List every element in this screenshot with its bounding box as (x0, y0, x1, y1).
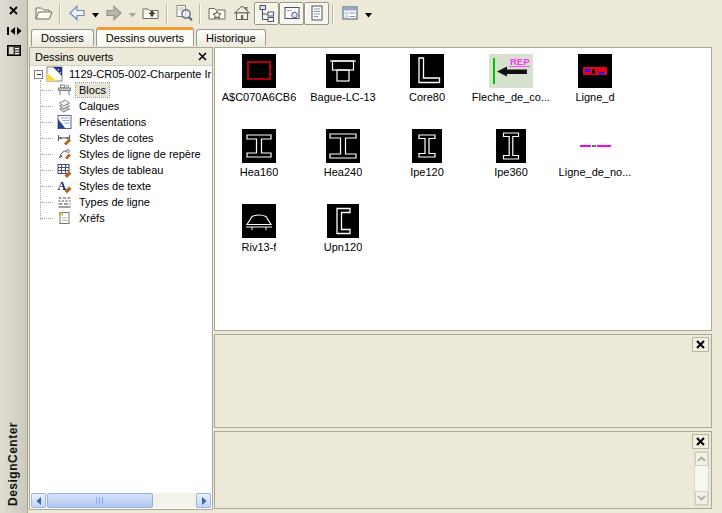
back-button[interactable] (64, 2, 89, 25)
views-button[interactable] (337, 2, 362, 25)
description-toggle-button[interactable] (304, 2, 329, 25)
tree-horizontal-scrollbar[interactable] (31, 493, 211, 508)
preview-icon (282, 3, 302, 25)
search-button[interactable] (171, 2, 196, 25)
preview-close-button[interactable] (692, 337, 709, 352)
tree-item-styles-de-texte[interactable]: AStyles de texte (30, 178, 212, 194)
forward-button[interactable] (101, 2, 126, 25)
block-label: Ligne_de_no... (559, 166, 632, 178)
scroll-left-button[interactable] (31, 493, 46, 508)
designcenter-window: { "palette": { "title": "DesignCenter" }… (0, 0, 722, 513)
description-vertical-scrollbar[interactable] (694, 451, 709, 506)
scroll-thumb[interactable] (47, 493, 153, 508)
block-channel-thumbnail (327, 202, 359, 239)
block-label: Hea160 (240, 166, 279, 178)
tree-item-calques[interactable]: Calques (30, 98, 212, 114)
tree-branch-line (41, 90, 53, 91)
auto-hide-button[interactable] (4, 23, 24, 40)
chevron-down-icon (129, 8, 136, 20)
block-label: Hea240 (324, 166, 363, 178)
dwg-file-icon (46, 66, 63, 82)
block-item-ligne-d[interactable]: Ligne_d (553, 51, 637, 126)
tree-item-blocs[interactable]: Blocs (30, 82, 212, 98)
tab-dessins-ouverts[interactable]: Dessins ouverts (96, 27, 194, 46)
block-item-ligne-de-no[interactable]: Ligne_de_no... (553, 126, 637, 201)
xref-icon (56, 210, 73, 226)
load-button[interactable] (31, 2, 56, 25)
block-rivet-thumbnail (242, 202, 276, 239)
scroll-down-button[interactable] (695, 491, 708, 505)
preview-toggle-button[interactable] (279, 2, 304, 25)
up-button[interactable] (138, 2, 163, 25)
linetype-icon (56, 194, 73, 210)
block-item-upn120[interactable]: Upn120 (301, 201, 385, 276)
scroll-grip (96, 497, 105, 504)
tree-item-types-de-ligne[interactable]: Types de ligne (30, 194, 212, 210)
block-item-bague-lc-13[interactable]: Bague-LC-13 (301, 51, 385, 126)
description-close-button[interactable] (692, 434, 709, 449)
tab-historique[interactable]: Historique (196, 29, 266, 46)
block-item-ipe120[interactable]: Ipe120 (385, 126, 469, 201)
scroll-track[interactable] (46, 493, 196, 508)
tree-item-label: Xréfs (76, 211, 108, 225)
layouts-icon (56, 114, 73, 130)
favorites-button[interactable] (204, 2, 229, 25)
block-label: Riv13-f (242, 241, 277, 253)
scroll-right-button[interactable] (196, 493, 211, 508)
favorites-icon (207, 3, 227, 25)
tree-panel-title: Dessins ouverts (35, 51, 198, 63)
block-item-hea160[interactable]: Hea160 (217, 126, 301, 201)
tree-view-toggle-button[interactable] (254, 2, 279, 25)
tree-item-styles-de-ligne-de-rep-re[interactable]: Styles de ligne de repère (30, 146, 212, 162)
block-item-hea240[interactable]: Hea240 (301, 126, 385, 201)
block-ibeam-120-thumbnail (412, 127, 442, 164)
back-arrow-icon (67, 3, 87, 25)
block-label: Ipe360 (494, 166, 528, 178)
tree-item-label: Styles de texte (76, 179, 154, 193)
open-folder-icon (34, 3, 54, 25)
block-item-a-c070a6cb6[interactable]: A$C070A6CB6 (217, 51, 301, 126)
properties-menu-button[interactable] (4, 43, 24, 60)
close-icon (696, 436, 705, 448)
block-item-core80[interactable]: Core80 (385, 51, 469, 126)
tree-item-styles-de-tableau[interactable]: Styles de tableau (30, 162, 212, 178)
dimstyle-icon (56, 130, 73, 146)
tree-item-label: 1129-CR05-002-Charpente Ir (66, 67, 212, 81)
block-item-riv13-f[interactable]: Riv13-f (217, 201, 301, 276)
tab-dossiers[interactable]: Dossiers (31, 29, 94, 46)
block-angle-thumbnail (410, 52, 444, 89)
views-button-dropdown[interactable] (362, 2, 374, 25)
preview-panel (214, 334, 712, 428)
block-redline-thumbnail (578, 52, 612, 89)
tree-branch-line (41, 186, 53, 187)
scroll-up-button[interactable] (695, 452, 708, 466)
block-label: Fleche_de_co... (472, 91, 550, 103)
block-label: Bague-LC-13 (310, 91, 375, 103)
content-area: Dessins ouverts 1129-CR05-002-Charpente … (28, 46, 722, 513)
tree-close-button[interactable] (198, 51, 207, 63)
forward-button-dropdown[interactable] (126, 2, 138, 25)
block-item-ipe360[interactable]: Ipe360 (469, 126, 553, 201)
palette-close-button[interactable] (4, 3, 24, 20)
palette-title: DesignCenter (6, 422, 20, 506)
close-icon (696, 339, 705, 351)
tree: 1129-CR05-002-Charpente IrBlocsCalquesPr… (30, 66, 212, 493)
block-item-fleche-de-co[interactable]: REPFleche_de_co... (469, 51, 553, 126)
home-button[interactable] (229, 2, 254, 25)
svg-text:REP: REP (510, 56, 530, 67)
tree-item-root-drawing[interactable]: 1129-CR05-002-Charpente Ir (30, 66, 212, 82)
collapse-toggle[interactable] (34, 70, 43, 79)
properties-icon (7, 45, 21, 58)
tree-item-label: Styles de tableau (76, 163, 166, 177)
tree-branch-line (41, 154, 53, 155)
tree-branch-line (41, 170, 53, 171)
tree-item-xr-fs[interactable]: Xréfs (30, 210, 212, 226)
blocks-panel: A$C070A6CB6Bague-LC-13Core80REPFleche_de… (214, 47, 712, 331)
tree-item-pr-sentations[interactable]: Présentations (30, 114, 212, 130)
tree-branch-line (41, 106, 53, 107)
forward-arrow-icon (104, 3, 124, 25)
back-button-dropdown[interactable] (89, 2, 101, 25)
right-panels: A$C070A6CB6Bague-LC-13Core80REPFleche_de… (214, 47, 712, 509)
block-ibeam-360-thumbnail (496, 127, 526, 164)
tree-item-styles-de-cotes[interactable]: Styles de cotes (30, 130, 212, 146)
